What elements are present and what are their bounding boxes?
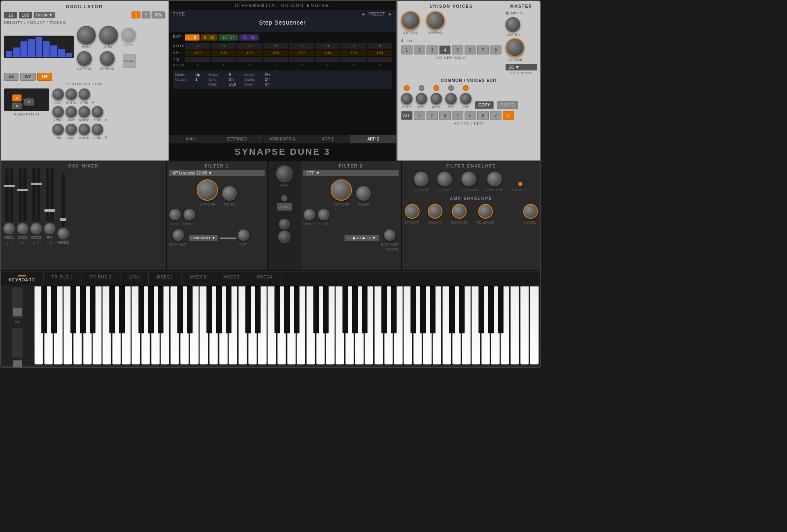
reset-button[interactable]: RESET <box>123 54 136 68</box>
note-cell-4[interactable]: 0 <box>263 43 288 49</box>
tie-cell-5[interactable] <box>289 57 314 62</box>
voice-7[interactable]: 7 <box>477 45 489 54</box>
cv-v8-btn[interactable]: 8 <box>503 111 514 120</box>
rate-knob[interactable] <box>121 28 136 43</box>
note-cell-8[interactable]: 0 <box>367 43 392 49</box>
tie-cell-8[interactable] <box>367 57 392 62</box>
voice-4[interactable]: 4 <box>439 45 451 54</box>
ratio-a[interactable] <box>66 88 77 100</box>
osc2-l-fader-track[interactable] <box>19 168 22 222</box>
osc-mode-dropdown[interactable]: Linear ▼ <box>34 12 55 18</box>
cv-v4-btn[interactable]: 4 <box>452 111 463 120</box>
link-button[interactable]: LINK <box>277 203 292 211</box>
unison-detune-knob[interactable] <box>401 11 420 30</box>
aenv-level-knob[interactable] <box>523 204 538 219</box>
vel-cell-1[interactable]: 100 <box>185 50 210 56</box>
cv-v6-btn[interactable]: 6 <box>477 111 489 120</box>
black-key[interactable] <box>498 286 503 333</box>
osc-btn-3n[interactable]: 3/N <box>152 11 165 18</box>
vel-cell-2[interactable]: 100 <box>211 50 236 56</box>
tie-cell-4[interactable] <box>263 57 288 62</box>
black-key[interactable] <box>449 286 455 333</box>
fine-c[interactable] <box>92 124 103 135</box>
tab-mseg2[interactable]: MSEG2 <box>182 272 215 285</box>
arp2-knob[interactable] <box>431 93 442 104</box>
seq-tab-1-8[interactable]: 1 - 8 <box>185 34 200 41</box>
black-key[interactable] <box>109 286 115 333</box>
reso1-knob[interactable] <box>222 186 237 201</box>
black-key[interactable] <box>352 286 358 333</box>
drive1-knob[interactable] <box>184 209 195 220</box>
black-key[interactable] <box>90 286 95 333</box>
fx2-knob[interactable] <box>460 93 472 104</box>
paste-button[interactable]: PASTE <box>497 101 518 109</box>
cv-all-btn[interactable]: ALL <box>401 111 413 120</box>
black-key[interactable] <box>51 286 57 333</box>
osc-num2[interactable]: 100 <box>19 12 32 18</box>
osc2-r-fader-thumb[interactable] <box>22 189 28 191</box>
aenv-attack-knob[interactable] <box>405 204 420 219</box>
cv-v7-btn[interactable]: 7 <box>490 111 501 120</box>
bal-knob[interactable] <box>276 165 293 182</box>
tab-mseg4[interactable]: MSEG4 <box>248 272 281 285</box>
fine-knob[interactable] <box>99 26 118 45</box>
filter1-type-dropdown[interactable]: XP Lowpass 12 dB ▼ <box>169 170 265 176</box>
fx1-knob[interactable] <box>445 93 457 104</box>
mw-slider[interactable] <box>12 328 23 358</box>
tab-mseg1[interactable]: MSEG1 <box>149 272 182 285</box>
cutoff1-knob[interactable] <box>197 179 218 201</box>
osc-btn-2[interactable]: 2 <box>142 11 151 18</box>
ratio-c[interactable] <box>79 124 90 135</box>
osc1-pan-knob[interactable] <box>3 223 15 234</box>
nav-tab-mod-matrix[interactable]: MOD MATRIX <box>260 135 305 143</box>
seq-tab-25-32[interactable]: 25 - 32 <box>239 34 259 41</box>
black-key[interactable] <box>284 286 290 333</box>
voice-8[interactable]: 8 <box>490 45 501 54</box>
nav-tab-arp2[interactable]: ARP 2 <box>351 135 396 143</box>
black-key[interactable] <box>411 286 416 333</box>
ktrk2-knob[interactable] <box>318 209 329 220</box>
reso2-knob[interactable] <box>356 186 371 201</box>
cv-v1-btn[interactable]: 1 <box>414 111 425 120</box>
voice-3[interactable]: 3 <box>426 45 438 54</box>
tie-cell-2[interactable] <box>211 57 236 62</box>
copy-button[interactable]: COPY <box>475 101 494 109</box>
black-key[interactable] <box>80 286 86 333</box>
drive2-knob[interactable] <box>304 209 315 220</box>
noise-l-fader-track[interactable] <box>61 173 65 226</box>
black-key[interactable] <box>362 286 367 333</box>
va-btn[interactable]: VA <box>4 73 18 81</box>
ktrk-center-knob[interactable] <box>279 219 290 229</box>
osc3-r-fader-thumb[interactable] <box>35 183 42 185</box>
osc3-l-fader-track[interactable] <box>32 168 36 222</box>
aenv-sustain-knob[interactable] <box>452 204 467 219</box>
note-cell-5[interactable]: 0 <box>289 43 314 49</box>
white-key[interactable] <box>510 286 519 364</box>
env-amt2-knob[interactable] <box>384 229 395 241</box>
filter1-effect-dropdown[interactable]: LowCut+KT ▼ <box>189 235 218 241</box>
voice-6[interactable]: 6 <box>465 45 476 54</box>
cv-v3-btn[interactable]: 3 <box>439 111 451 120</box>
osc2-r-fader-track[interactable] <box>23 168 27 222</box>
fm-btn[interactable]: FM <box>37 73 52 81</box>
preset-prev-arrow[interactable]: ◄ <box>361 12 365 16</box>
black-key[interactable] <box>119 286 125 333</box>
black-key[interactable] <box>216 286 222 333</box>
black-key[interactable] <box>459 286 465 333</box>
voice-2[interactable]: 2 <box>414 45 425 54</box>
polyphony-box[interactable]: 16 ▼ <box>506 64 537 70</box>
seq-tab-17-24[interactable]: 17 - 24 <box>219 34 238 41</box>
tie-cell-1[interactable] <box>185 57 210 62</box>
black-key[interactable] <box>381 286 387 333</box>
osc1-r-fader-track[interactable] <box>10 168 13 222</box>
osc3-r-fader-track[interactable] <box>37 168 40 222</box>
tie-cell-7[interactable] <box>341 57 366 62</box>
master-limiter-knob[interactable] <box>506 17 520 32</box>
arp1-knob[interactable] <box>416 93 427 104</box>
black-key[interactable] <box>177 286 183 333</box>
filter2-type-dropdown[interactable]: OFF ▼ <box>303 170 399 176</box>
amt1-knob[interactable] <box>238 229 249 241</box>
tab-keyboard[interactable]: KEYBOARD <box>1 272 44 285</box>
note-cell-6[interactable]: 0 <box>315 43 340 49</box>
ktrk1-knob[interactable] <box>169 209 181 220</box>
